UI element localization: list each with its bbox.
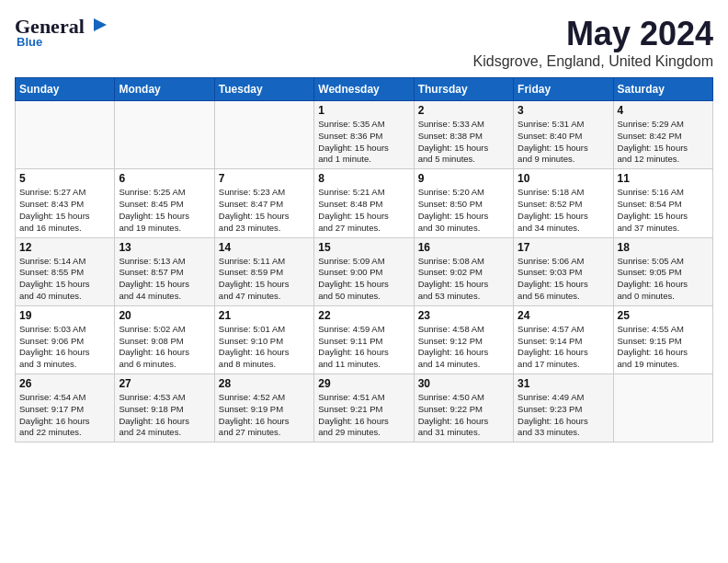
calendar-cell: 4Sunrise: 5:29 AMSunset: 8:42 PMDaylight… (613, 101, 712, 169)
day-number: 12 (19, 241, 110, 254)
day-info-text: and 50 minutes. (318, 291, 409, 303)
day-info-text: Sunrise: 4:57 AM (518, 324, 609, 336)
day-info-text: and 17 minutes. (518, 359, 609, 371)
day-info-text: Sunset: 8:42 PM (618, 131, 709, 143)
day-info-text: Sunrise: 5:08 AM (418, 256, 509, 268)
day-info-text: Sunrise: 4:52 AM (219, 392, 310, 404)
day-info-text: and 44 minutes. (119, 291, 210, 303)
calendar-cell: 18Sunrise: 5:05 AMSunset: 9:05 PMDayligh… (613, 237, 712, 305)
calendar-cell: 30Sunrise: 4:50 AMSunset: 9:22 PMDayligh… (414, 374, 513, 442)
day-number: 14 (219, 241, 310, 254)
calendar-cell: 21Sunrise: 5:01 AMSunset: 9:10 PMDayligh… (214, 305, 313, 373)
page-header: General Blue May 2024 Kidsgrove, England… (15, 15, 713, 70)
day-info-text: and 53 minutes. (418, 291, 509, 303)
calendar-cell: 7Sunrise: 5:23 AMSunset: 8:47 PMDaylight… (214, 169, 313, 237)
day-number: 16 (418, 241, 509, 254)
day-info-text: Sunset: 9:06 PM (19, 336, 110, 348)
day-info-text: Sunrise: 5:18 AM (518, 187, 609, 199)
day-info-text: Sunset: 8:57 PM (119, 267, 210, 279)
day-info-text: and 27 minutes. (318, 223, 409, 235)
day-of-week-header: Tuesday (214, 78, 313, 101)
day-info-text: Daylight: 16 hours (418, 416, 509, 428)
day-number: 31 (518, 377, 609, 390)
day-info-text: Daylight: 15 hours (518, 143, 609, 155)
day-info-text: and 5 minutes. (418, 154, 509, 166)
day-info-text: Sunset: 9:12 PM (418, 336, 509, 348)
day-info-text: Daylight: 16 hours (19, 347, 110, 359)
day-info-text: and 29 minutes. (318, 427, 409, 439)
day-number: 6 (119, 172, 210, 185)
calendar-week-row: 19Sunrise: 5:03 AMSunset: 9:06 PMDayligh… (16, 305, 713, 373)
day-info-text: Sunrise: 5:11 AM (219, 256, 310, 268)
day-info-text: Sunset: 9:03 PM (518, 267, 609, 279)
day-info-text: and 40 minutes. (19, 291, 110, 303)
day-number: 25 (618, 309, 709, 322)
calendar-cell: 15Sunrise: 5:09 AMSunset: 9:00 PMDayligh… (314, 237, 414, 305)
day-info-text: Sunset: 8:40 PM (518, 131, 609, 143)
day-info-text: Daylight: 15 hours (618, 211, 709, 223)
day-info-text: Sunset: 9:22 PM (418, 404, 509, 416)
day-info-text: Daylight: 16 hours (119, 416, 210, 428)
day-info-text: Sunrise: 4:54 AM (19, 392, 110, 404)
day-info-text: and 9 minutes. (518, 154, 609, 166)
day-info-text: Daylight: 15 hours (418, 279, 509, 291)
day-info-text: and 12 minutes. (618, 154, 709, 166)
day-info-text: Sunrise: 5:25 AM (119, 187, 210, 199)
day-info-text: and 8 minutes. (219, 359, 310, 371)
day-info-text: Sunset: 9:02 PM (418, 267, 509, 279)
day-number: 8 (318, 172, 409, 185)
day-info-text: Sunrise: 5:16 AM (618, 187, 709, 199)
day-number: 17 (518, 241, 609, 254)
day-info-text: Sunset: 8:45 PM (119, 199, 210, 211)
calendar-week-row: 1Sunrise: 5:35 AMSunset: 8:36 PMDaylight… (16, 101, 713, 169)
day-info-text: Sunrise: 4:49 AM (518, 392, 609, 404)
day-info-text: Sunset: 8:36 PM (318, 131, 409, 143)
day-info-text: Sunrise: 4:58 AM (418, 324, 509, 336)
day-number: 15 (318, 241, 409, 254)
calendar-table: SundayMondayTuesdayWednesdayThursdayFrid… (15, 77, 713, 442)
day-info-text: Daylight: 15 hours (219, 211, 310, 223)
calendar-cell: 12Sunrise: 5:14 AMSunset: 8:55 PMDayligh… (16, 237, 115, 305)
day-info-text: Daylight: 16 hours (618, 279, 709, 291)
day-info-text: Daylight: 15 hours (119, 279, 210, 291)
day-info-text: and 22 minutes. (19, 427, 110, 439)
day-info-text: and 47 minutes. (219, 291, 310, 303)
calendar-cell: 17Sunrise: 5:06 AMSunset: 9:03 PMDayligh… (514, 237, 613, 305)
calendar-cell: 28Sunrise: 4:52 AMSunset: 9:19 PMDayligh… (214, 374, 313, 442)
day-number: 23 (418, 309, 509, 322)
day-info-text: Daylight: 16 hours (518, 347, 609, 359)
day-info-text: Sunset: 8:38 PM (418, 131, 509, 143)
calendar-cell: 27Sunrise: 4:53 AMSunset: 9:18 PMDayligh… (115, 374, 214, 442)
day-info-text: Daylight: 15 hours (119, 211, 210, 223)
day-number: 7 (219, 172, 310, 185)
calendar-week-row: 26Sunrise: 4:54 AMSunset: 9:17 PMDayligh… (16, 374, 713, 442)
day-info-text: Sunset: 9:19 PM (219, 404, 310, 416)
calendar-week-row: 12Sunrise: 5:14 AMSunset: 8:55 PMDayligh… (16, 237, 713, 305)
day-info-text: Sunrise: 5:27 AM (19, 187, 110, 199)
logo: General Blue (15, 15, 108, 49)
day-info-text: Sunset: 9:17 PM (19, 404, 110, 416)
day-info-text: Sunset: 9:21 PM (318, 404, 409, 416)
calendar-cell: 24Sunrise: 4:57 AMSunset: 9:14 PMDayligh… (514, 305, 613, 373)
day-number: 20 (119, 309, 210, 322)
calendar-cell: 1Sunrise: 5:35 AMSunset: 8:36 PMDaylight… (314, 101, 414, 169)
day-info-text: Daylight: 15 hours (518, 279, 609, 291)
day-info-text: Daylight: 15 hours (418, 211, 509, 223)
day-number: 5 (19, 172, 110, 185)
day-info-text: and 34 minutes. (518, 223, 609, 235)
day-info-text: and 19 minutes. (119, 223, 210, 235)
day-number: 28 (219, 377, 310, 390)
day-info-text: Sunset: 8:54 PM (618, 199, 709, 211)
day-info-text: Sunrise: 5:05 AM (618, 256, 709, 268)
day-number: 1 (318, 104, 409, 117)
day-number: 21 (219, 309, 310, 322)
day-info-text: Sunrise: 5:29 AM (618, 119, 709, 131)
calendar-cell: 10Sunrise: 5:18 AMSunset: 8:52 PMDayligh… (514, 169, 613, 237)
day-number: 3 (518, 104, 609, 117)
day-of-week-header: Thursday (414, 78, 513, 101)
calendar-cell: 23Sunrise: 4:58 AMSunset: 9:12 PMDayligh… (414, 305, 513, 373)
day-of-week-header: Monday (115, 78, 214, 101)
calendar-cell: 14Sunrise: 5:11 AMSunset: 8:59 PMDayligh… (214, 237, 313, 305)
day-info-text: Sunrise: 5:14 AM (19, 256, 110, 268)
day-info-text: Sunset: 8:59 PM (219, 267, 310, 279)
